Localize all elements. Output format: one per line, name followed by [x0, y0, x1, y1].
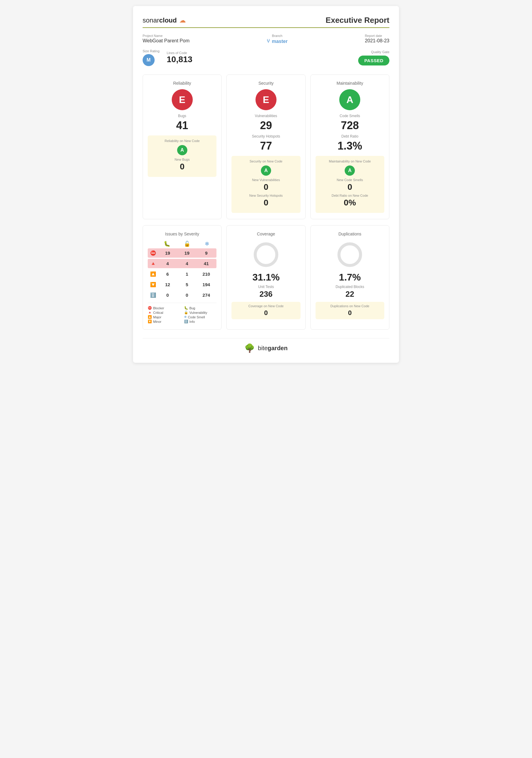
size-row: Size Rating M Lines of Code 10,813 Quali… — [143, 49, 389, 66]
issues-title: Issues by Severity — [148, 231, 216, 236]
info-row: ℹ️ 0 0 274 — [148, 291, 216, 300]
coverage-percent: 31.1% — [231, 272, 300, 283]
logo-cloud: cloud — [159, 17, 177, 24]
reliability-grade: E — [172, 89, 193, 110]
legend-minor-icon: 🔽 — [148, 320, 152, 324]
coverage-donut-svg — [252, 241, 280, 268]
new-hotspots-label: New Security Hotspots — [235, 194, 297, 197]
footer-brand-bold: garden — [268, 345, 287, 351]
branch-item: Branch ⑂ master — [208, 34, 347, 45]
maintainability-title: Maintainability — [316, 81, 384, 86]
coverage-new-code-box: Coverage on New Code 0 — [231, 302, 300, 319]
reliability-new-code-box: Reliability on New Code A New Bugs 0 — [148, 135, 216, 177]
loc-block: Lines of Code 10,813 — [167, 51, 192, 64]
legend-code-smell: ❄ Code Smell — [184, 315, 217, 319]
loc-label: Lines of Code — [167, 51, 192, 55]
critical-vuln-count: 4 — [178, 261, 196, 266]
security-card: Security E Vulnerabilities 29 Security H… — [226, 75, 305, 219]
blocker-row: ⛔ 19 19 9 — [148, 248, 216, 258]
major-vuln-count: 1 — [178, 271, 196, 277]
critical-bug-count: 4 — [158, 261, 177, 266]
bottom-grid: Issues by Severity 🐛 🔓 ❄ ⛔ 19 19 9 🔺 4 4… — [143, 225, 389, 330]
legend-vuln-icon: 🔓 — [184, 311, 188, 314]
coverage-title: Coverage — [231, 231, 300, 236]
legend-blocker-label: Blocker — [153, 306, 164, 310]
issues-icon-row: 🐛 🔓 ❄ — [148, 241, 216, 247]
new-vuln-value: 0 — [235, 182, 297, 192]
legend-major-icon: 🔼 — [148, 315, 152, 319]
code-smell-icon: ❄ — [198, 241, 216, 247]
hotspots-value: 77 — [231, 140, 300, 152]
legend-info: ℹ️ Info — [184, 320, 217, 324]
new-debt-label: Debt Ratio on New Code — [319, 194, 381, 197]
security-new-code-grade: A — [261, 165, 271, 176]
new-vuln-label: New Vulnerabilities — [235, 178, 297, 182]
maintainability-new-code-title: Maintainability on New Code — [319, 159, 381, 163]
size-rating-label: Size Rating — [143, 49, 159, 53]
bug-icon: 🐛 — [157, 241, 176, 247]
reliability-card: Reliability E Bugs 41 Reliability on New… — [143, 75, 221, 219]
major-icon: 🔼 — [149, 271, 157, 277]
dup-blocks-value: 22 — [316, 290, 384, 299]
unit-tests-label: Unit Tests — [231, 285, 300, 289]
meta-row: Project Name WebGoat Parent Pom Branch ⑂… — [143, 34, 389, 45]
duplications-percent: 1.7% — [316, 272, 384, 283]
loc-value: 10,813 — [167, 55, 192, 64]
debt-value: 1.3% — [316, 140, 384, 152]
critical-icon: 🔺 — [149, 261, 157, 266]
quality-gate-block: Quality Gate PASSED — [358, 50, 389, 65]
hotspots-label: Security Hotspots — [231, 134, 300, 138]
debt-label: Debt Ratio — [316, 134, 384, 138]
info-bug-count: 0 — [158, 293, 177, 297]
legend-bug-label: Bug — [189, 306, 195, 310]
new-smells-value: 0 — [319, 182, 381, 192]
minor-bug-count: 12 — [158, 282, 177, 287]
legend-info-icon: ℹ️ — [184, 320, 188, 324]
new-smells-label: New Code Smells — [319, 178, 381, 182]
legend-critical-label: Critical — [153, 311, 163, 314]
major-row: 🔼 6 1 210 — [148, 269, 216, 279]
minor-vuln-count: 5 — [178, 282, 196, 287]
legend-vulnerability: 🔓 Vulnerability — [184, 311, 217, 314]
blocker-icon: ⛔ — [149, 250, 157, 256]
smells-value: 728 — [316, 119, 384, 132]
duplications-new-code-title: Duplications on New Code — [318, 304, 382, 308]
report-title: Executive Report — [326, 16, 389, 25]
report-date-label: Report date — [365, 34, 389, 38]
coverage-card: Coverage 31.1% Unit Tests 236 Coverage o… — [226, 225, 305, 330]
info-icon: ℹ️ — [149, 292, 157, 298]
quality-gate-label: Quality Gate — [358, 50, 389, 54]
legend-blocker-icon: ⛔ — [148, 306, 152, 310]
maintainability-new-code-box: Maintainability on New Code A New Code S… — [316, 156, 384, 213]
critical-smell-count: 41 — [197, 261, 215, 266]
reliability-title: Reliability — [148, 81, 216, 86]
footer: 🌳 bitegarden — [143, 338, 389, 353]
new-bugs-label: New Bugs — [151, 158, 213, 161]
legend-blocker: ⛔ Blocker — [148, 306, 181, 310]
new-hotspots-value: 0 — [235, 198, 297, 208]
branch-label: Branch — [272, 34, 283, 38]
cloud-icon: ☁ — [179, 17, 186, 24]
reliability-new-code-title: Reliability on New Code — [151, 139, 213, 143]
legend-info-label: Info — [189, 320, 195, 324]
issues-card: Issues by Severity 🐛 🔓 ❄ ⛔ 19 19 9 🔺 4 4… — [143, 225, 221, 330]
legend-major-label: Major — [153, 315, 161, 319]
page-container: sonarcloud ☁ Executive Report Project Na… — [133, 6, 399, 363]
legend-bug-icon: 🐛 — [184, 306, 188, 310]
report-date-item: Report date 2021-08-23 — [365, 34, 389, 44]
vulnerabilities-label: Vulnerabilities — [231, 114, 300, 118]
info-vuln-count: 0 — [178, 293, 196, 297]
branch-value: ⑂ master — [267, 38, 287, 45]
coverage-new-code-title: Coverage on New Code — [234, 304, 298, 308]
coverage-new-code-value: 0 — [234, 309, 298, 317]
blocker-vuln-count: 19 — [178, 251, 196, 256]
legend-critical-icon: 🔺 — [148, 311, 152, 314]
tree-icon: 🌳 — [245, 343, 255, 353]
legend-major: 🔼 Major — [148, 315, 181, 319]
blocker-smell-count: 9 — [197, 251, 215, 256]
size-rating-block: Size Rating M — [143, 49, 159, 66]
security-new-code-box: Security on New Code A New Vulnerabiliti… — [231, 156, 300, 213]
svg-point-0 — [255, 244, 277, 265]
legend-minor: 🔽 Minor — [148, 320, 181, 324]
branch-icon: ⑂ — [267, 38, 270, 45]
